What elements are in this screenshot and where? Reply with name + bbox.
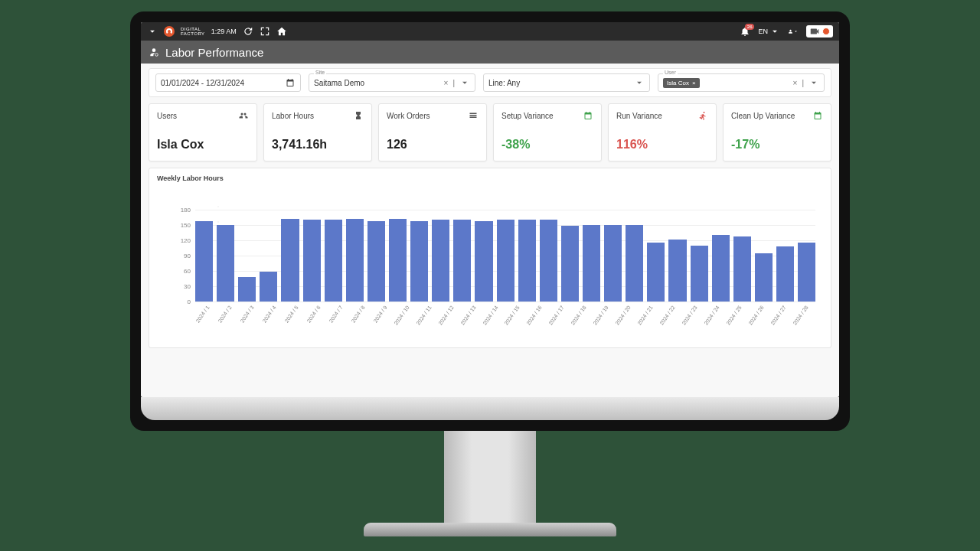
user-label: User [663, 70, 678, 75]
y-tick: 90 [184, 253, 191, 259]
x-tick: 2024 / 20 [614, 305, 631, 326]
bar [389, 219, 407, 302]
y-tick: 0 [188, 298, 191, 305]
hourglass-icon [353, 110, 364, 121]
chip-remove-icon[interactable]: × [692, 80, 696, 86]
x-tick: 2024 / 23 [681, 305, 697, 326]
kpi-card-setup: Setup Variance-38% [493, 103, 602, 161]
kpi-value: 126 [387, 138, 479, 152]
y-tick: 60 [184, 268, 191, 275]
kpi-value: -17% [731, 138, 823, 152]
kpi-label: Clean Up Variance [731, 112, 795, 120]
kpi-label: Users [157, 112, 177, 120]
x-tick: 2024 / 18 [570, 305, 586, 326]
x-tick: 2024 / 27 [769, 305, 786, 326]
bar [668, 240, 686, 302]
x-tick: 2024 / 9 [372, 305, 387, 324]
user-menu[interactable] [788, 26, 799, 37]
user-cog-icon [149, 47, 159, 57]
user-select[interactable]: User Isla Cox × ×| [658, 73, 825, 92]
bar [303, 220, 321, 302]
filter-bar: 01/01/2024 - 12/31/2024 Site Saitama Dem… [149, 68, 831, 97]
kpi-card-hours: Labor Hours3,741.16h [263, 103, 372, 161]
bar [776, 246, 794, 302]
x-tick: 2024 / 17 [548, 305, 565, 326]
clear-icon[interactable]: × [444, 79, 449, 87]
bar [217, 225, 234, 302]
x-tick: 2024 / 21 [636, 305, 653, 326]
x-tick: 2024 / 5 [284, 305, 299, 324]
notifications-icon[interactable]: 26 [740, 26, 750, 37]
x-tick: 2024 / 4 [262, 305, 277, 324]
x-tick: 2024 / 15 [504, 305, 521, 326]
x-tick: 2024 / 14 [482, 305, 498, 326]
bar [195, 221, 213, 302]
y-tick: 120 [181, 237, 191, 244]
chevron-down-icon [459, 77, 470, 88]
bar [540, 220, 557, 302]
bar [281, 219, 299, 302]
bar [626, 225, 643, 302]
x-tick: 2024 / 28 [792, 305, 808, 326]
kpi-card-clean: Clean Up Variance-17% [723, 103, 831, 161]
notifications-badge: 26 [745, 24, 755, 30]
chevron-down-icon [808, 77, 819, 88]
bar [604, 225, 622, 302]
bar [475, 221, 492, 302]
line-select[interactable]: Line: Any [483, 73, 650, 92]
kpi-card-users: UsersIsla Cox [149, 103, 257, 161]
bar [733, 236, 751, 302]
x-tick: 2024 / 1 [195, 305, 211, 324]
kpi-value: 116% [616, 138, 708, 152]
bar [346, 219, 364, 302]
svg-point-0 [155, 54, 158, 57]
bar [432, 220, 449, 302]
kpi-label: Run Variance [616, 112, 662, 120]
bar [453, 220, 471, 302]
x-tick: 2024 / 12 [437, 305, 454, 326]
clear-icon[interactable]: × [793, 79, 798, 87]
kpi-label: Setup Variance [501, 112, 554, 120]
user-chip: Isla Cox × [663, 78, 700, 88]
bar [755, 253, 773, 302]
brand-text: DIGITAL FACTORY [181, 27, 205, 36]
language-select[interactable]: EN [758, 26, 780, 37]
x-tick: 2024 / 7 [328, 305, 344, 324]
kpi-row: UsersIsla CoxLabor Hours3,741.16hWork Or… [149, 103, 831, 161]
app-topbar: DIGITAL FACTORY 1:29 AM 26 EN [141, 22, 839, 41]
record-indicator[interactable] [806, 25, 833, 37]
x-tick: 2024 / 6 [306, 305, 322, 324]
x-tick: 2024 / 13 [459, 305, 476, 326]
chart-panel: Weekly Labor Hours 0306090120150180 2024… [149, 168, 831, 348]
x-tick: 2024 / 24 [703, 305, 720, 326]
calendar-icon [812, 110, 823, 121]
home-icon[interactable] [276, 26, 287, 37]
bar [691, 246, 708, 302]
kpi-value: Isla Cox [157, 138, 249, 152]
bar [561, 226, 579, 302]
refresh-icon[interactable] [243, 26, 253, 37]
y-tick: 150 [181, 222, 191, 229]
fullscreen-icon[interactable] [260, 26, 270, 37]
bar [583, 225, 600, 302]
x-tick: 2024 / 2 [217, 305, 233, 324]
y-tick: 30 [184, 283, 191, 290]
brand-logo-icon [164, 26, 175, 37]
x-tick: 2024 / 19 [592, 305, 609, 326]
bar [368, 221, 385, 302]
record-dot-icon [822, 28, 830, 35]
clock-readout: 1:29 AM [211, 28, 237, 35]
x-tick: 2024 / 10 [393, 305, 410, 326]
calendar-icon [583, 110, 593, 121]
chevron-down-icon [634, 77, 645, 88]
bar [260, 272, 277, 302]
bar [497, 220, 514, 302]
running-icon [697, 110, 708, 121]
date-range-picker[interactable]: 01/01/2024 - 12/31/2024 [155, 73, 301, 92]
site-select[interactable]: Site Saitama Demo ×| [309, 73, 475, 92]
x-tick: 2024 / 3 [240, 305, 255, 324]
x-tick: 2024 / 25 [725, 305, 742, 326]
x-tick: 2024 / 11 [415, 305, 432, 326]
bar [410, 221, 428, 302]
chevron-down-icon[interactable] [147, 26, 158, 37]
